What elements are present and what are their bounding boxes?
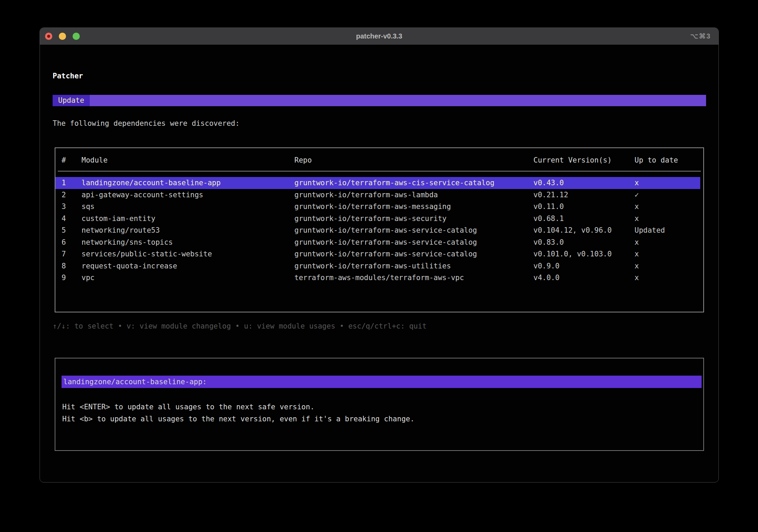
row-repo: gruntwork-io/terraform-aws-cis-service-c…	[294, 177, 495, 189]
detail-title-bar: landingzone/account-baseline-app:	[62, 376, 702, 388]
row-module: custom-iam-entity	[82, 213, 155, 225]
row-status: Updated	[635, 224, 665, 236]
row-status: x	[635, 177, 639, 189]
table-row[interactable]: 4 custom-iam-entity gruntwork-io/terrafo…	[55, 213, 700, 225]
row-version: v0.83.0	[533, 236, 564, 248]
detail-instruction-breaking: Hit <b> to update all usages to the next…	[62, 413, 414, 425]
intro-text: The following dependencies were discover…	[53, 119, 240, 128]
row-status: x	[635, 248, 639, 260]
column-header-repo: Repo	[294, 154, 312, 166]
table-row[interactable]: 3 sqs gruntwork-io/terraform-aws-messagi…	[55, 201, 700, 213]
row-repo: gruntwork-io/terraform-aws-security	[294, 213, 447, 225]
table-row[interactable]: 8 request-quota-increase gruntwork-io/te…	[55, 260, 700, 272]
row-index: 4	[62, 213, 66, 225]
row-status: x	[635, 272, 639, 284]
row-index: 8	[62, 260, 66, 272]
row-repo: gruntwork-io/terraform-aws-lambda	[294, 189, 438, 201]
row-repo: gruntwork-io/terraform-aws-service-catal…	[294, 236, 477, 248]
app-title: Patcher	[53, 72, 83, 80]
row-index: 9	[62, 272, 66, 284]
row-version: v0.101.0, v0.103.0	[533, 248, 612, 260]
row-index: 3	[62, 201, 66, 213]
row-status: x	[635, 201, 639, 213]
table-rows: 1 landingzone/account-baseline-app grunt…	[55, 177, 703, 284]
column-header-status: Up to date	[635, 154, 678, 166]
row-repo: gruntwork-io/terraform-aws-service-catal…	[294, 248, 477, 260]
window-title: patcher-v0.3.3	[40, 28, 718, 45]
row-version: v4.0.0	[533, 272, 560, 284]
row-index: 5	[62, 224, 66, 236]
row-index: 2	[62, 189, 66, 201]
detail-panel: landingzone/account-baseline-app: Hit <E…	[55, 358, 704, 451]
row-status: x	[635, 260, 639, 272]
table-row[interactable]: 2 api-gateway-account-settings gruntwork…	[55, 189, 700, 201]
row-repo: gruntwork-io/terraform-aws-utilities	[294, 260, 451, 272]
column-header-version: Current Version(s)	[533, 154, 612, 166]
row-version: v0.9.0	[533, 260, 560, 272]
table-row[interactable]: 7 services/public-static-website gruntwo…	[55, 248, 700, 260]
column-header-index: #	[62, 154, 66, 166]
table-header-row: # Module Repo Current Version(s) Up to d…	[55, 154, 703, 166]
row-version: v0.43.0	[533, 177, 564, 189]
row-module: networking/route53	[82, 224, 160, 236]
detail-instructions: Hit <ENTER> to update all usages to the …	[62, 401, 414, 425]
row-version: v0.104.12, v0.96.0	[533, 224, 612, 236]
row-module: vpc	[82, 272, 95, 284]
row-version: v0.68.1	[533, 213, 564, 225]
column-header-module: Module	[82, 154, 108, 166]
table-row[interactable]: 1 landingzone/account-baseline-app grunt…	[55, 177, 700, 189]
table-row[interactable]: 9 vpc terraform-aws-modules/terraform-aw…	[55, 272, 700, 284]
row-repo: gruntwork-io/terraform-aws-service-catal…	[294, 224, 477, 236]
row-index: 1	[62, 177, 66, 189]
terminal-window: patcher-v0.3.3 ⌥⌘3 Patcher Update The fo…	[40, 27, 719, 483]
window-shortcut-badge: ⌥⌘3	[690, 28, 711, 45]
row-repo: terraform-aws-modules/terraform-aws-vpc	[294, 272, 464, 284]
row-module: landingzone/account-baseline-app	[82, 177, 221, 189]
window-titlebar: patcher-v0.3.3 ⌥⌘3	[40, 28, 718, 45]
header-separator	[58, 171, 701, 171]
table-row[interactable]: 5 networking/route53 gruntwork-io/terraf…	[55, 224, 700, 236]
keyboard-help-bar: ↑/↓: to select • v: view module changelo…	[53, 322, 426, 330]
row-module: request-quota-increase	[82, 260, 177, 272]
row-module: sqs	[82, 201, 95, 213]
row-version: v0.11.0	[533, 201, 564, 213]
row-index: 6	[62, 236, 66, 248]
row-index: 7	[62, 248, 66, 260]
row-version: v0.21.12	[533, 189, 568, 201]
dependencies-table: # Module Repo Current Version(s) Up to d…	[55, 147, 704, 312]
detail-instruction-enter: Hit <ENTER> to update all usages to the …	[62, 401, 414, 413]
tab-bar: Update	[53, 95, 706, 106]
tab-update[interactable]: Update	[53, 95, 90, 106]
row-module: api-gateway-account-settings	[82, 189, 203, 201]
row-repo: gruntwork-io/terraform-aws-messaging	[294, 201, 451, 213]
table-row[interactable]: 6 networking/sns-topics gruntwork-io/ter…	[55, 236, 700, 248]
row-module: networking/sns-topics	[82, 236, 173, 248]
row-status: ✓	[635, 189, 639, 201]
row-module: services/public-static-website	[82, 248, 212, 260]
row-status: x	[635, 213, 639, 225]
row-status: x	[635, 236, 639, 248]
